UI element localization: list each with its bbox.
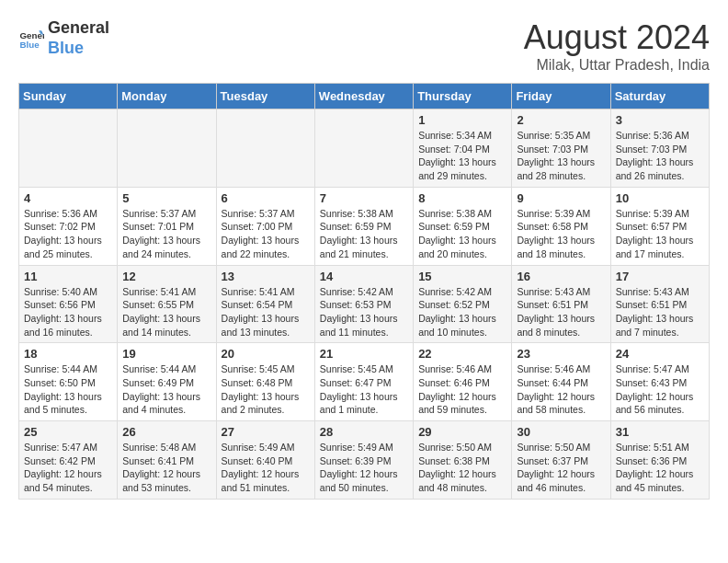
day-info: Sunrise: 5:38 AM Sunset: 6:59 PM Dayligh… xyxy=(418,207,506,261)
day-info: Sunrise: 5:42 AM Sunset: 6:52 PM Dayligh… xyxy=(418,285,506,339)
day-number: 17 xyxy=(616,270,704,283)
day-number: 12 xyxy=(122,270,210,283)
day-number: 19 xyxy=(122,347,210,361)
calendar-week-row: 18Sunrise: 5:44 AM Sunset: 6:50 PM Dayli… xyxy=(19,343,710,421)
calendar-cell: 16Sunrise: 5:43 AM Sunset: 6:51 PM Dayli… xyxy=(512,265,610,343)
day-number: 10 xyxy=(616,191,704,205)
day-info: Sunrise: 5:43 AM Sunset: 6:51 PM Dayligh… xyxy=(616,285,704,339)
day-number: 2 xyxy=(517,113,605,127)
weekday-header-thursday: Thursday xyxy=(414,84,512,109)
calendar-cell: 10Sunrise: 5:39 AM Sunset: 6:57 PM Dayli… xyxy=(610,187,709,265)
calendar-cell: 9Sunrise: 5:39 AM Sunset: 6:58 PM Daylig… xyxy=(512,187,610,265)
day-info: Sunrise: 5:42 AM Sunset: 6:53 PM Dayligh… xyxy=(320,285,408,339)
day-number: 13 xyxy=(222,270,310,283)
calendar-subtitle: Milak, Uttar Pradesh, India xyxy=(524,57,710,74)
day-info: Sunrise: 5:43 AM Sunset: 6:51 PM Dayligh… xyxy=(517,285,605,339)
day-info: Sunrise: 5:38 AM Sunset: 6:59 PM Dayligh… xyxy=(320,207,408,261)
calendar-cell: 15Sunrise: 5:42 AM Sunset: 6:52 PM Dayli… xyxy=(414,265,512,343)
day-info: Sunrise: 5:49 AM Sunset: 6:39 PM Dayligh… xyxy=(320,441,408,495)
day-number: 23 xyxy=(517,347,605,361)
day-number: 15 xyxy=(418,270,506,283)
calendar-cell: 12Sunrise: 5:41 AM Sunset: 6:55 PM Dayli… xyxy=(118,265,216,343)
calendar-week-row: 25Sunrise: 5:47 AM Sunset: 6:42 PM Dayli… xyxy=(19,421,710,500)
calendar-cell: 17Sunrise: 5:43 AM Sunset: 6:51 PM Dayli… xyxy=(610,265,709,343)
calendar-cell: 3Sunrise: 5:36 AM Sunset: 7:03 PM Daylig… xyxy=(610,109,709,188)
weekday-header-saturday: Saturday xyxy=(610,84,709,109)
day-info: Sunrise: 5:44 AM Sunset: 6:49 PM Dayligh… xyxy=(122,362,210,417)
calendar-cell: 23Sunrise: 5:46 AM Sunset: 6:44 PM Dayli… xyxy=(512,343,610,421)
day-info: Sunrise: 5:39 AM Sunset: 6:58 PM Dayligh… xyxy=(517,207,605,261)
calendar-cell: 11Sunrise: 5:40 AM Sunset: 6:56 PM Dayli… xyxy=(19,265,118,343)
day-number: 4 xyxy=(24,191,112,205)
logo-icon: General Blue xyxy=(18,26,44,52)
day-number: 7 xyxy=(320,191,408,205)
day-number: 27 xyxy=(222,425,310,439)
day-info: Sunrise: 5:46 AM Sunset: 6:46 PM Dayligh… xyxy=(418,362,506,417)
weekday-header-monday: Monday xyxy=(118,84,216,109)
day-info: Sunrise: 5:37 AM Sunset: 7:01 PM Dayligh… xyxy=(122,207,210,261)
day-info: Sunrise: 5:47 AM Sunset: 6:42 PM Dayligh… xyxy=(24,441,112,495)
day-number: 9 xyxy=(517,191,605,205)
day-info: Sunrise: 5:35 AM Sunset: 7:03 PM Dayligh… xyxy=(517,129,605,183)
day-number: 3 xyxy=(616,113,704,127)
day-number: 25 xyxy=(24,425,112,439)
calendar-cell: 29Sunrise: 5:50 AM Sunset: 6:38 PM Dayli… xyxy=(414,421,512,500)
calendar-week-row: 1Sunrise: 5:34 AM Sunset: 7:04 PM Daylig… xyxy=(19,109,710,188)
calendar-cell: 7Sunrise: 5:38 AM Sunset: 6:59 PM Daylig… xyxy=(314,187,413,265)
calendar-cell: 28Sunrise: 5:49 AM Sunset: 6:39 PM Dayli… xyxy=(314,421,413,500)
day-number: 18 xyxy=(24,347,112,361)
calendar-cell: 25Sunrise: 5:47 AM Sunset: 6:42 PM Dayli… xyxy=(19,421,118,500)
day-number: 20 xyxy=(222,347,310,361)
calendar-cell: 8Sunrise: 5:38 AM Sunset: 6:59 PM Daylig… xyxy=(414,187,512,265)
day-info: Sunrise: 5:37 AM Sunset: 7:00 PM Dayligh… xyxy=(222,207,310,261)
calendar-cell: 19Sunrise: 5:44 AM Sunset: 6:49 PM Dayli… xyxy=(118,343,216,421)
day-info: Sunrise: 5:41 AM Sunset: 6:54 PM Dayligh… xyxy=(222,285,310,339)
logo-text-general: General xyxy=(48,18,109,39)
calendar-cell: 20Sunrise: 5:45 AM Sunset: 6:48 PM Dayli… xyxy=(216,343,314,421)
calendar-cell: 21Sunrise: 5:45 AM Sunset: 6:47 PM Dayli… xyxy=(314,343,413,421)
day-number: 8 xyxy=(418,191,506,205)
day-number: 6 xyxy=(222,191,310,205)
day-info: Sunrise: 5:45 AM Sunset: 6:48 PM Dayligh… xyxy=(222,362,310,417)
weekday-header-tuesday: Tuesday xyxy=(216,84,314,109)
calendar-cell xyxy=(216,109,314,188)
day-number: 14 xyxy=(320,270,408,283)
day-info: Sunrise: 5:50 AM Sunset: 6:38 PM Dayligh… xyxy=(418,441,506,495)
weekday-header-friday: Friday xyxy=(512,84,610,109)
svg-text:Blue: Blue xyxy=(19,39,40,49)
logo-text-blue: Blue xyxy=(48,39,109,59)
day-number: 22 xyxy=(418,347,506,361)
day-info: Sunrise: 5:49 AM Sunset: 6:40 PM Dayligh… xyxy=(222,441,310,495)
day-info: Sunrise: 5:51 AM Sunset: 6:36 PM Dayligh… xyxy=(616,441,704,495)
day-info: Sunrise: 5:48 AM Sunset: 6:41 PM Dayligh… xyxy=(122,441,210,495)
calendar-cell: 5Sunrise: 5:37 AM Sunset: 7:01 PM Daylig… xyxy=(118,187,216,265)
weekday-header-wednesday: Wednesday xyxy=(314,84,413,109)
calendar-cell: 22Sunrise: 5:46 AM Sunset: 6:46 PM Dayli… xyxy=(414,343,512,421)
calendar-title: August 2024 xyxy=(524,18,710,57)
calendar-cell: 26Sunrise: 5:48 AM Sunset: 6:41 PM Dayli… xyxy=(118,421,216,500)
calendar-cell: 4Sunrise: 5:36 AM Sunset: 7:02 PM Daylig… xyxy=(19,187,118,265)
day-number: 24 xyxy=(616,347,704,361)
calendar-cell xyxy=(118,109,216,188)
day-info: Sunrise: 5:36 AM Sunset: 7:03 PM Dayligh… xyxy=(616,129,704,183)
calendar-cell: 30Sunrise: 5:50 AM Sunset: 6:37 PM Dayli… xyxy=(512,421,610,500)
calendar-cell: 1Sunrise: 5:34 AM Sunset: 7:04 PM Daylig… xyxy=(414,109,512,188)
calendar-cell: 24Sunrise: 5:47 AM Sunset: 6:43 PM Dayli… xyxy=(610,343,709,421)
logo: General Blue General Blue xyxy=(18,18,109,58)
day-info: Sunrise: 5:44 AM Sunset: 6:50 PM Dayligh… xyxy=(24,362,112,417)
day-number: 28 xyxy=(320,425,408,439)
calendar-cell: 2Sunrise: 5:35 AM Sunset: 7:03 PM Daylig… xyxy=(512,109,610,188)
calendar-cell: 14Sunrise: 5:42 AM Sunset: 6:53 PM Dayli… xyxy=(314,265,413,343)
title-block: August 2024 Milak, Uttar Pradesh, India xyxy=(524,18,710,74)
day-info: Sunrise: 5:45 AM Sunset: 6:47 PM Dayligh… xyxy=(320,362,408,417)
calendar-cell: 18Sunrise: 5:44 AM Sunset: 6:50 PM Dayli… xyxy=(19,343,118,421)
day-info: Sunrise: 5:41 AM Sunset: 6:55 PM Dayligh… xyxy=(122,285,210,339)
calendar-week-row: 4Sunrise: 5:36 AM Sunset: 7:02 PM Daylig… xyxy=(19,187,710,265)
calendar-week-row: 11Sunrise: 5:40 AM Sunset: 6:56 PM Dayli… xyxy=(19,265,710,343)
calendar-table: SundayMondayTuesdayWednesdayThursdayFrid… xyxy=(18,83,710,500)
day-info: Sunrise: 5:40 AM Sunset: 6:56 PM Dayligh… xyxy=(24,285,112,339)
calendar-cell: 27Sunrise: 5:49 AM Sunset: 6:40 PM Dayli… xyxy=(216,421,314,500)
day-number: 21 xyxy=(320,347,408,361)
day-number: 30 xyxy=(517,425,605,439)
day-number: 5 xyxy=(122,191,210,205)
